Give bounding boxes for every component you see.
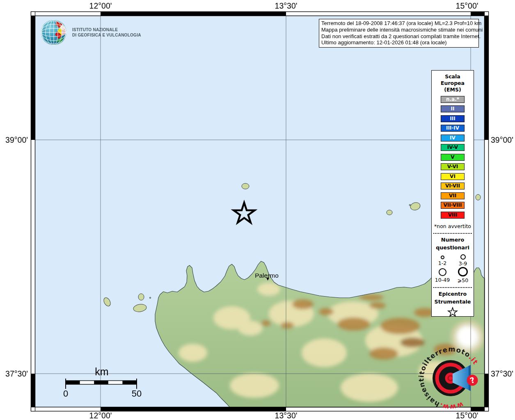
intensity-chip-ii: II: [441, 105, 465, 112]
size-circle-xlarge-icon: [458, 267, 468, 276]
info-line-data-source: Dati non verificati estratti da 2 questi…: [321, 33, 476, 40]
legend-title: Scala Europea (EMS): [432, 71, 474, 93]
ingv-title-line2: DI GEOFISICA E VULCANOLOGIA: [72, 32, 141, 38]
scale-bar-start: 0: [63, 388, 68, 399]
size-circle-small-icon: [441, 256, 444, 259]
intensity-chip-vi-vii: VI-VII: [441, 183, 465, 189]
intensity-chip-iv: IV: [441, 135, 465, 142]
size-label: 10-49: [435, 277, 450, 283]
intensity-chip-iii: III: [441, 115, 465, 122]
info-line-map-type: Mappa preliminare delle intensità macros…: [321, 27, 476, 33]
island-ustica: [242, 183, 249, 189]
intensity-chip-v-vi: V-VI: [441, 163, 465, 170]
legend-title-line2: Europea: [432, 80, 474, 87]
island-alicudi: [387, 210, 392, 215]
islet: [149, 297, 151, 298]
info-line-event: Terremoto del 18-09-2008 17:46:37 (ora l…: [321, 20, 476, 27]
intensity-chip-vii-viii: VII-VIII: [441, 202, 465, 209]
legend-panel: Scala Europea (EMS) n.a.* II III III-IV …: [431, 70, 474, 317]
ingv-title: ISTITUTO NAZIONALE DI GEOFISICA E VULCAN…: [72, 27, 141, 38]
size-circle-medium-icon: [460, 254, 466, 260]
info-line-updated: Ultimo aggiornamento: 12-01-2026 01:48 (…: [321, 39, 476, 46]
axis-left-39: 39°00': [5, 135, 28, 144]
questionnaire-title-line2: questionari: [432, 244, 474, 251]
ingv-globe-icon: [40, 19, 67, 46]
size-key-10-49: 10-49: [432, 267, 453, 283]
size-circle-large-icon: [439, 268, 446, 276]
axis-left-3730: 37°30': [5, 369, 28, 378]
size-key-3-9: 3-9: [453, 253, 473, 267]
axis-top-12: 12°00': [89, 1, 112, 10]
size-label: ⩾50: [458, 277, 468, 283]
intensity-chip-iv-v: IV-V: [441, 144, 465, 151]
questionnaire-section-title: Numero questionari: [432, 236, 474, 251]
intensity-chip-vii: VII: [441, 192, 465, 199]
epicenter-star-icon: [447, 307, 458, 317]
ingv-logo: ISTITUTO NAZIONALE DI GEOFISICA E VULCAN…: [40, 19, 147, 46]
intensity-chip-vi: VI: [441, 173, 465, 180]
seismic-intensity-map-page: Palermo km 0 50: [0, 0, 515, 420]
axis-bottom-1330: 13°30': [275, 411, 298, 420]
epicenter-title-line1: Epicentro: [432, 290, 474, 298]
ingv-title-line1: ISTITUTO NAZIONALE: [72, 27, 141, 32]
legend-title-line3: (EMS): [432, 87, 474, 93]
legend-title-line1: Scala: [432, 73, 474, 80]
size-label: 3-9: [459, 260, 467, 267]
questionnaire-title-line1: Numero: [432, 236, 474, 244]
legend-divider: [433, 233, 472, 234]
questionnaire-size-key: 1-2 3-9 10-49 ⩾50: [432, 253, 474, 283]
axis-top-1330: 13°30': [275, 1, 298, 10]
size-key-50plus: ⩾50: [453, 267, 473, 283]
scale-bar-end: 50: [132, 388, 142, 399]
epicenter-title-line2: Strumentale: [432, 298, 474, 306]
islet: [409, 204, 411, 206]
epicenter-section-title: Epicentro Strumentale: [432, 290, 474, 306]
earthquake-info-box: Terremoto del 18-09-2008 17:46:37 (ora l…: [319, 19, 479, 48]
axis-right-3730: 37°30': [491, 369, 513, 378]
city-label: Palermo: [255, 272, 279, 279]
intensity-chip-v: V: [441, 154, 465, 161]
axis-top-15: 15°00': [456, 1, 478, 10]
intensity-chip-viii: VIII: [441, 212, 465, 219]
size-label: 1-2: [438, 260, 446, 266]
island-stromboli: [476, 194, 481, 200]
intensity-chip-iii-iv: III-IV: [441, 125, 465, 132]
legend-divider: [433, 287, 472, 288]
legend-footnote: *non avvertito: [432, 223, 474, 229]
intensity-chip-na: n.a.*: [441, 96, 465, 103]
axis-bottom-12: 12°00': [89, 411, 112, 420]
axis-right-39: 39°00': [491, 135, 513, 144]
island-levanzo: [138, 294, 144, 300]
scale-bar-unit: km: [95, 366, 108, 377]
size-key-1-2: 1-2: [432, 253, 453, 267]
axis-bottom-15: 15°00': [456, 411, 478, 420]
